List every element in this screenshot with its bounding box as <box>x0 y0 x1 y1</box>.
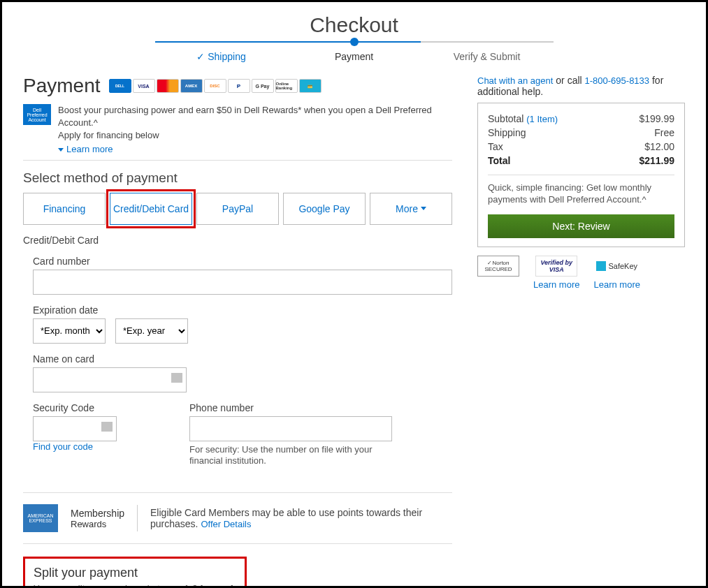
amex-badge-icon: AMERICAN EXPRESS <box>23 504 58 532</box>
order-summary: Subtotal (1 Item) $199.99 Shipping Free … <box>477 103 685 247</box>
promo-line2: Apply for financing below <box>58 129 452 142</box>
phone-link[interactable]: 1-800-695-8133 <box>585 75 650 86</box>
financing-note: Quick, simple financing: Get low monthly… <box>488 182 674 206</box>
keyboard-icon <box>171 373 182 383</box>
method-credit-debit[interactable]: Credit/Debit Card <box>110 193 192 225</box>
chat-link[interactable]: Chat with an agent <box>477 75 553 86</box>
split-title: Split your payment <box>34 566 236 580</box>
step-label: Payment <box>335 51 373 62</box>
method-more[interactable]: More <box>370 193 452 225</box>
amex-desc: Eligible Card Members may be able to use… <box>150 507 444 529</box>
checkout-stepper: ✓Shipping Payment Verify & Submit <box>23 41 685 62</box>
active-dot-icon <box>350 38 359 46</box>
step-label: Shipping <box>208 51 246 62</box>
security-code-label: Security Code <box>33 402 117 413</box>
step-payment[interactable]: Payment <box>288 41 421 62</box>
caret-down-icon <box>58 148 64 152</box>
help-line: Chat with an agent or call 1-800-695-813… <box>477 75 685 97</box>
learn-more-toggle[interactable]: Learn more <box>58 144 452 154</box>
caret-down-icon <box>421 207 426 210</box>
name-on-card-input[interactable] <box>33 367 187 392</box>
visa-icon: VISA <box>133 79 155 93</box>
amex-rewards-label: Membership Rewards <box>71 508 124 529</box>
promo-line1: Boost your purchasing power and earn $50… <box>58 104 452 129</box>
norton-secured-icon: ✓Norton SECURED <box>477 256 519 277</box>
step-shipping[interactable]: ✓Shipping <box>155 41 288 62</box>
phone-hint: For security: Use the number on file wit… <box>189 444 392 468</box>
page-title: Checkout <box>23 13 685 37</box>
items-link[interactable]: (1 Item) <box>526 114 558 124</box>
vbv-learn-more-link[interactable]: Learn more <box>533 279 579 290</box>
tax-value: $12.00 <box>644 141 674 152</box>
method-google-pay[interactable]: Google Pay <box>283 193 366 225</box>
phone-label: Phone number <box>189 402 392 413</box>
paypal-icon: P <box>228 79 250 93</box>
subtotal-label: Subtotal <box>488 113 526 124</box>
debit-card-icon: 💳 <box>299 79 322 93</box>
step-label: Verify & Submit <box>454 51 521 62</box>
total-value: $211.99 <box>639 155 674 166</box>
mastercard-icon <box>157 79 179 93</box>
shipping-value: Free <box>654 127 674 138</box>
payment-heading: Payment <box>23 75 101 97</box>
split-payment-section: Split your payment You can split your pu… <box>23 557 247 588</box>
gpay-icon: G Pay <box>252 79 274 93</box>
next-review-button[interactable]: Next: Review <box>488 214 674 238</box>
payment-method-tabs: Financing Credit/Debit Card PayPal Googl… <box>23 193 452 225</box>
accepted-cards: DELL VISA AMEX DISC P G Pay Online Banki… <box>109 79 322 93</box>
exp-month-select[interactable]: *Exp. month <box>33 318 106 344</box>
safekey-icon: SafeKey <box>596 256 638 277</box>
find-your-code-link[interactable]: Find your code <box>33 441 117 452</box>
subtotal-value: $199.99 <box>639 113 674 124</box>
select-method-title: Select method of payment <box>23 170 452 186</box>
expiration-label: Expiration date <box>33 304 452 316</box>
phone-input[interactable] <box>189 416 392 441</box>
offer-details-link[interactable]: Offer Details <box>201 519 251 529</box>
exp-year-select[interactable]: *Exp. year <box>115 318 188 344</box>
safekey-learn-more-link[interactable]: Learn more <box>593 279 640 290</box>
tax-label: Tax <box>488 141 503 152</box>
card-number-input[interactable] <box>33 270 452 295</box>
check-icon: ✓ <box>196 51 205 62</box>
amex-rewards-row: AMERICAN EXPRESS Membership Rewards Elig… <box>23 492 452 544</box>
card-number-label: Card number <box>33 256 452 267</box>
keyboard-icon <box>101 422 113 432</box>
amex-icon: AMEX <box>180 79 203 93</box>
name-on-card-label: Name on card <box>33 353 452 365</box>
dpa-badge-icon: Dell Preferred Account <box>23 104 51 125</box>
step-verify[interactable]: Verify & Submit <box>421 41 554 62</box>
trust-badges: ✓Norton SECURED Verified by VISA Learn m… <box>477 256 685 290</box>
method-paypal[interactable]: PayPal <box>196 193 279 225</box>
discover-icon: DISC <box>204 79 226 93</box>
divider <box>137 505 138 531</box>
method-financing[interactable]: Financing <box>23 193 106 225</box>
online-banking-icon: Online Banking <box>275 79 298 93</box>
card-form-subheading: Credit/Debit Card <box>23 235 452 246</box>
total-label: Total <box>488 155 510 166</box>
dpa-icon: DELL <box>109 79 131 93</box>
verified-by-visa-icon: Verified by VISA <box>535 256 577 277</box>
shipping-label: Shipping <box>488 127 526 138</box>
split-desc: You can split your purchase between 1-3 … <box>34 583 236 588</box>
financing-promo: Dell Preferred Account Boost your purcha… <box>23 104 452 161</box>
